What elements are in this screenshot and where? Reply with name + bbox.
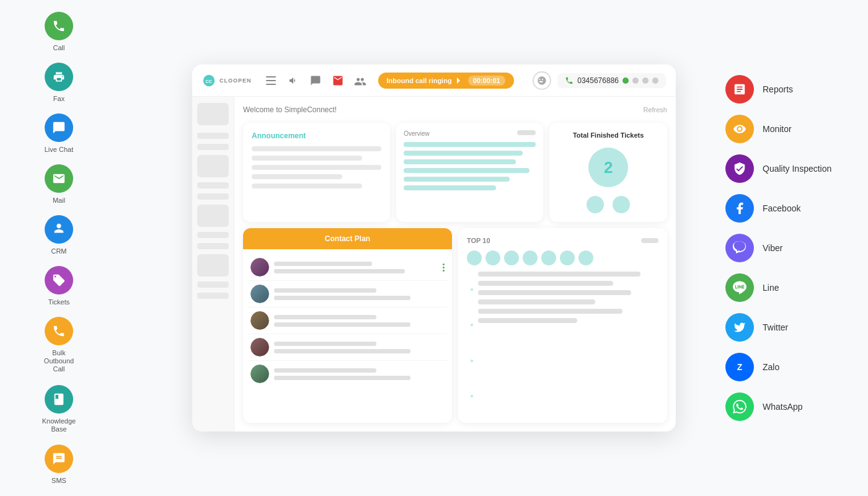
ticket-circle-1: [587, 196, 604, 213]
contact-item-4[interactable]: [248, 334, 447, 361]
knowledge-base-icon: [45, 385, 73, 414]
sidebar-item-twitter[interactable]: Twitter: [725, 313, 837, 342]
ann-line-3: [252, 165, 381, 170]
tickets-circles: [587, 196, 630, 213]
sidebar-item-mail[interactable]: Mail: [45, 164, 73, 204]
top10-c-4: [523, 250, 538, 265]
mail-top-icon[interactable]: [330, 73, 346, 89]
ann-line-1: [252, 146, 381, 151]
sidebar-item-fax[interactable]: Fax: [45, 63, 73, 102]
facebook-icon: [725, 194, 754, 223]
announcement-card: Announcement: [243, 123, 390, 222]
tickets-number: 2: [588, 148, 628, 187]
contact-name-1: [274, 262, 372, 266]
contact-item-3[interactable]: [248, 308, 447, 334]
contact-name-3: [274, 315, 376, 319]
viber-label: Viber: [763, 243, 837, 253]
contacts-icon[interactable]: [352, 73, 368, 89]
contact-detail-1: [274, 269, 405, 273]
ticket-circle-2: [613, 196, 630, 213]
status-dot-gray-3: [652, 78, 658, 84]
status-dot-gray-1: [632, 78, 639, 84]
welcome-text: Welcome to SimpleConnect!: [243, 105, 337, 114]
viber-icon: [725, 234, 754, 262]
overview-skeleton-header: [517, 130, 536, 135]
menu-icon[interactable]: [263, 73, 279, 89]
bar-3: [478, 290, 631, 295]
skeleton-10: [197, 254, 229, 277]
sidebar-item-live-chat[interactable]: Live Chat: [45, 113, 73, 153]
top10-c-2: [485, 250, 500, 265]
refresh-link[interactable]: Refresh: [643, 106, 667, 113]
smiley-icon[interactable]: [533, 71, 551, 90]
volume-icon[interactable]: [285, 73, 301, 89]
ov-5: [404, 177, 510, 182]
mail-icon: [45, 164, 73, 193]
contact-item-1[interactable]: [248, 254, 447, 281]
sidebar-item-facebook[interactable]: Facebook: [725, 194, 837, 223]
sidebar-item-line[interactable]: Line: [725, 273, 837, 302]
top10-title: TOP 10: [467, 237, 490, 244]
logo-area: CC CLOOPEN: [202, 74, 252, 87]
skeleton-9: [197, 243, 229, 249]
call-label: Call: [53, 44, 65, 51]
reports-icon: [725, 75, 754, 104]
tickets-icon: [45, 266, 73, 294]
bulk-outbound-label: Bulk Outbound Call: [37, 349, 81, 374]
dot-1a: [443, 264, 445, 265]
ov-4: [404, 168, 529, 173]
facebook-label: Facebook: [763, 203, 837, 213]
crm-label: CRM: [51, 247, 66, 255]
sidebar-item-crm[interactable]: CRM: [45, 215, 73, 255]
status-dot-gray-2: [642, 78, 649, 84]
sidebar-item-viber[interactable]: Viber: [725, 234, 837, 262]
svg-rect-2: [266, 76, 276, 78]
skeleton-12: [197, 293, 229, 299]
top10-c-6: [560, 250, 575, 265]
skeleton-1: [197, 103, 229, 125]
main-layout: Welcome to SimpleConnect! Refresh Announ…: [192, 97, 676, 432]
center-content: Welcome to SimpleConnect! Refresh Announ…: [234, 97, 676, 432]
ov-3: [404, 159, 516, 164]
sidebar-item-reports[interactable]: Reports: [725, 75, 837, 104]
sidebar-item-tickets[interactable]: Tickets: [45, 266, 73, 306]
svg-rect-3: [266, 80, 276, 81]
chat-icon[interactable]: [308, 73, 324, 89]
twitter-icon: [725, 313, 754, 342]
contact-info-1: [274, 262, 438, 273]
top10-c-1: [467, 250, 482, 265]
avatar-4: [250, 338, 269, 356]
bar-5: [478, 309, 622, 314]
svg-rect-4: [266, 84, 276, 85]
twitter-label: Twitter: [763, 322, 837, 332]
sidebar-item-monitor[interactable]: Monitor: [725, 115, 837, 143]
contact-item-2[interactable]: [248, 281, 447, 308]
logo-text: CLOOPEN: [219, 78, 252, 84]
avatar-3: [250, 311, 269, 330]
contact-name-2: [274, 288, 376, 293]
overview-title: Overview: [404, 130, 430, 137]
call-badge-text: Inbound call ringing: [387, 77, 452, 84]
sidebar-item-knowledge-base[interactable]: Knowledge Base: [37, 385, 81, 433]
skeleton-5: [197, 182, 229, 188]
sidebar-item-whatsapp[interactable]: WhatsApp: [725, 392, 837, 421]
sidebar-item-call[interactable]: Call: [45, 12, 73, 51]
bar-2: [478, 281, 613, 286]
status-dot-green: [622, 78, 629, 84]
sidebar-item-sms[interactable]: SMS: [45, 445, 73, 484]
contact-name-4: [274, 342, 376, 346]
zalo-icon: Z: [725, 353, 754, 381]
svg-text:CC: CC: [206, 78, 213, 84]
top10-c-5: [541, 250, 556, 265]
sidebar-item-bulk-outbound[interactable]: Bulk Outbound Call: [37, 317, 81, 374]
contact-info-5: [274, 368, 445, 380]
top10-skeleton-header: [641, 238, 658, 243]
skeleton-3: [197, 144, 229, 150]
contact-dots-1: [443, 264, 445, 272]
sidebar-item-quality[interactable]: Quality Inspection: [725, 154, 837, 183]
sidebar-item-zalo[interactable]: Z Zalo: [725, 353, 837, 381]
contact-item-5[interactable]: [248, 361, 447, 387]
tickets-label: Tickets: [48, 298, 69, 306]
contact-info-2: [274, 288, 445, 300]
ann-line-5: [252, 184, 362, 188]
